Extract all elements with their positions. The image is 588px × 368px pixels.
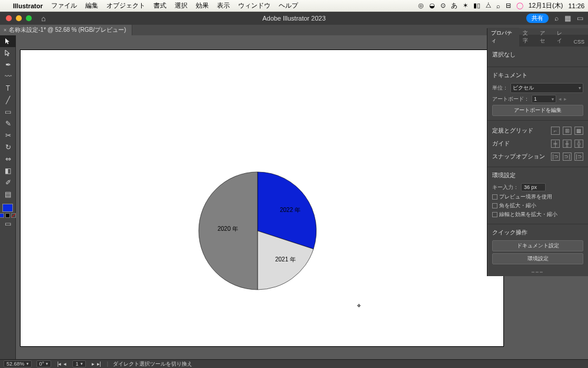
direct-selection-tool[interactable] bbox=[0, 47, 16, 59]
tab-character[interactable]: 文字 bbox=[519, 28, 536, 47]
rotation-dropdown[interactable]: 0°▾ bbox=[36, 360, 52, 367]
battery-icon[interactable]: ▮▯ bbox=[473, 2, 480, 9]
artboard-nav[interactable]: |◂◂ bbox=[56, 361, 68, 367]
share-button[interactable]: 共有 bbox=[526, 14, 549, 23]
rotate-tool[interactable]: ↻ bbox=[0, 141, 16, 153]
preview-bounds-label: プレビュー境界を使用 bbox=[499, 193, 552, 201]
width-tool[interactable]: ⇔ bbox=[0, 153, 16, 165]
grid-icon[interactable]: ⊞ bbox=[563, 127, 572, 135]
artboard-prev-icon[interactable]: ◂ bbox=[559, 96, 562, 102]
guide-smart-icon[interactable]: ╬ bbox=[574, 140, 583, 148]
siri-icon[interactable]: ◯ bbox=[516, 2, 523, 9]
arrange-icon[interactable]: ▦ bbox=[564, 14, 571, 22]
menu-view[interactable]: 表示 bbox=[217, 1, 230, 10]
scale-corners-label: 角を拡大・縮小 bbox=[499, 202, 536, 210]
artboard-nav-next[interactable]: ▸▸| bbox=[91, 361, 102, 367]
app-title: Adobe Illustrator 2023 bbox=[262, 15, 326, 22]
units-label: 単位： bbox=[492, 84, 508, 92]
shape-builder-tool[interactable]: ◧ bbox=[0, 165, 16, 177]
paintbrush-tool[interactable]: ✎ bbox=[0, 118, 16, 130]
artboard-dropdown[interactable]: 1▾ bbox=[532, 95, 556, 103]
menu-effect[interactable]: 効果 bbox=[196, 1, 209, 10]
minimize-window-icon[interactable] bbox=[16, 15, 22, 21]
home-icon[interactable]: ⌂ bbox=[41, 14, 46, 23]
panel-tabs: プロパティ 文字 アセ レイ CSS bbox=[487, 35, 588, 47]
menu-format[interactable]: 書式 bbox=[153, 1, 166, 10]
preview-bounds-checkbox[interactable] bbox=[492, 194, 497, 200]
maximize-window-icon[interactable] bbox=[26, 15, 32, 21]
search-icon[interactable]: ⌕ bbox=[554, 14, 559, 22]
edit-artboard-button[interactable]: アートボードを編集 bbox=[492, 105, 583, 116]
snap-pixel-icon[interactable]: |⊃ bbox=[574, 152, 583, 161]
rectangle-tool[interactable]: ▭ bbox=[0, 106, 16, 118]
status-icon[interactable]: ⊙ bbox=[440, 2, 446, 9]
pie-slice-label: 2021 年 bbox=[275, 256, 296, 263]
transparency-grid-icon[interactable]: ▩ bbox=[574, 127, 583, 135]
color-swatches[interactable] bbox=[0, 204, 15, 218]
window-controls[interactable] bbox=[6, 15, 32, 21]
artboard[interactable]: 2022 年2021 年2020 年 bbox=[21, 50, 503, 346]
workspace-icon[interactable]: ▭ bbox=[577, 14, 583, 22]
tab-layers[interactable]: レイ bbox=[553, 28, 570, 47]
tab-assets[interactable]: アセ bbox=[536, 28, 553, 47]
status-icon[interactable]: あ bbox=[451, 1, 457, 10]
guide-header: ガイド bbox=[492, 140, 549, 148]
menu-edit[interactable]: 編集 bbox=[85, 1, 98, 10]
close-tab-icon[interactable]: × bbox=[4, 27, 6, 33]
menu-window[interactable]: ウィンドウ bbox=[238, 1, 270, 10]
status-bar: 52.68%▾ 0°▾ |◂◂ 1▾ ▸▸| | ダイレクト選択ツールを切り換え bbox=[0, 359, 588, 368]
eyedropper-tool[interactable]: ✐ bbox=[0, 177, 16, 188]
status-icon[interactable]: ◎ bbox=[418, 2, 424, 9]
key-input-field[interactable]: 36 px bbox=[521, 183, 546, 191]
menubar-date[interactable]: 12月1日(木) bbox=[529, 1, 563, 10]
wifi-icon[interactable]: ⧊ bbox=[486, 2, 491, 9]
tab-css[interactable]: CSS bbox=[570, 37, 588, 47]
panel-resize-grip[interactable]: ━━━ bbox=[487, 268, 588, 276]
fill-swatch[interactable] bbox=[2, 204, 13, 212]
artboard-nav-dropdown[interactable]: 1▾ bbox=[72, 360, 85, 367]
pie-chart[interactable]: 2022 年2021 年2020 年 bbox=[198, 171, 317, 293]
zoom-dropdown[interactable]: 52.68%▾ bbox=[4, 360, 32, 367]
units-dropdown[interactable]: ピクセル▾ bbox=[510, 83, 583, 93]
close-window-icon[interactable] bbox=[6, 15, 12, 21]
pie-slice-label: 2022 年 bbox=[280, 207, 300, 213]
env-header: 環境設定 bbox=[492, 171, 583, 180]
pie-slice-label: 2020 年 bbox=[218, 226, 238, 232]
tab-properties[interactable]: プロパティ bbox=[487, 28, 519, 47]
scale-strokes-label: 線幅と効果を拡大・縮小 bbox=[499, 211, 557, 218]
menu-app-name[interactable]: Illustrator bbox=[13, 2, 43, 9]
ruler-icon[interactable]: ⌐ bbox=[551, 127, 560, 135]
ruler-grid-header: 定規とグリッド bbox=[492, 127, 549, 135]
swap-swatch[interactable] bbox=[0, 213, 16, 218]
bluetooth-icon[interactable]: ✶ bbox=[463, 2, 468, 9]
status-icon[interactable]: ◒ bbox=[429, 2, 435, 9]
gradient-tool[interactable]: ▤ bbox=[0, 188, 16, 200]
screen-mode-tool[interactable]: ▭ bbox=[0, 218, 16, 230]
control-center-icon[interactable]: ⊟ bbox=[506, 2, 511, 9]
guide-show-icon[interactable]: ╪ bbox=[551, 140, 560, 148]
curvature-tool[interactable]: 〰 bbox=[0, 71, 16, 82]
selection-tool[interactable] bbox=[0, 35, 16, 47]
document-tab[interactable]: × 名称未設定-1* @ 52.68 % (RGB/プレビュー) bbox=[0, 25, 132, 35]
menu-select[interactable]: 選択 bbox=[175, 1, 188, 10]
artboard-label: アートボード： bbox=[492, 95, 529, 103]
scissors-tool[interactable]: ✂ bbox=[0, 130, 16, 141]
menu-file[interactable]: ファイル bbox=[51, 1, 77, 10]
line-tool[interactable]: ╱ bbox=[0, 94, 16, 106]
document-settings-button[interactable]: ドキュメント設定 bbox=[492, 240, 583, 251]
tool-hint: ダイレクト選択ツールを切り換え bbox=[113, 360, 192, 368]
menu-help[interactable]: ヘルプ bbox=[279, 1, 298, 10]
key-input-label: キー入力： bbox=[492, 184, 519, 191]
spotlight-icon[interactable]: ⌕ bbox=[496, 2, 500, 9]
type-tool[interactable]: T bbox=[0, 82, 16, 94]
pen-tool[interactable]: ✒ bbox=[0, 59, 16, 71]
snap-grid-icon[interactable]: ⊃| bbox=[563, 152, 572, 161]
snap-point-icon[interactable]: |⊃ bbox=[551, 152, 560, 161]
scale-strokes-checkbox[interactable] bbox=[492, 212, 497, 217]
scale-corners-checkbox[interactable] bbox=[492, 203, 497, 208]
menubar-time[interactable]: 11:26 bbox=[568, 2, 584, 9]
guide-lock-icon[interactable]: ╫ bbox=[563, 140, 572, 148]
env-settings-button[interactable]: 環境設定 bbox=[492, 253, 583, 264]
menu-object[interactable]: オブジェクト bbox=[106, 1, 145, 10]
artboard-next-icon[interactable]: ▸ bbox=[564, 96, 567, 102]
